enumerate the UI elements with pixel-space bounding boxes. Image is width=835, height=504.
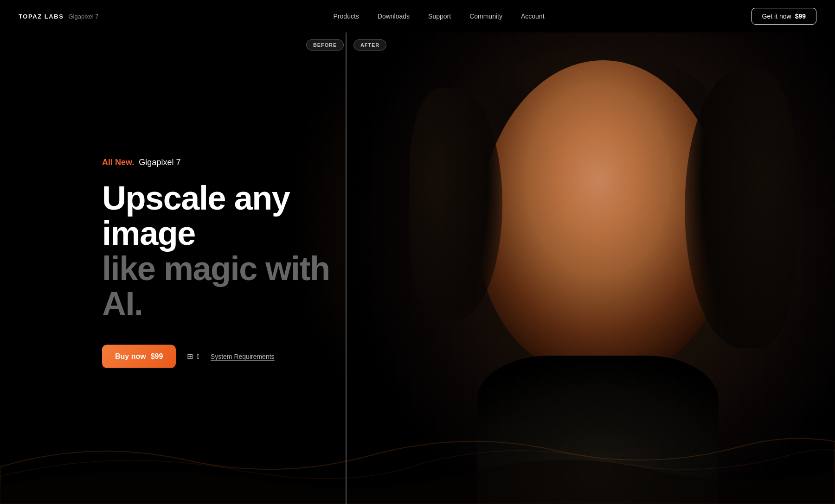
nav-cta-button[interactable]: Get it now $99 — [752, 8, 816, 25]
turtleneck — [477, 356, 719, 504]
hero-headline-line2: like magic with AI. — [102, 251, 362, 322]
hero-tagline-text: Gigapixel 7 — [139, 157, 180, 167]
tagline-row: All New. Gigapixel 7 — [102, 157, 362, 167]
system-requirements-link[interactable]: System Requirements — [211, 352, 275, 360]
nav-account[interactable]: Account — [521, 13, 545, 20]
portrait-area — [346, 32, 835, 504]
nav-support[interactable]: Support — [428, 13, 451, 20]
nav-cta-label: Get it now — [762, 13, 791, 20]
hero-headline-line1: Upscale any image — [102, 180, 362, 251]
nav-products[interactable]: Products — [334, 13, 359, 20]
hero-all-new: All New. — [102, 157, 134, 167]
apple-icon:  — [197, 352, 199, 360]
nav-cta-price: $99 — [795, 13, 806, 20]
hero-section: BEFORE AFTER All New. Gigapixel 7 Upscal… — [0, 0, 835, 504]
buy-btn-price: $99 — [151, 352, 163, 360]
windows-icon: ⊞ — [187, 352, 193, 361]
brand-name: TOPAZ LABS — [19, 13, 64, 20]
nav-community[interactable]: Community — [469, 13, 502, 20]
hair-right — [685, 70, 796, 348]
buy-btn-label: Buy now — [115, 352, 146, 360]
brand-logo[interactable]: TOPAZ LABS Gigapixel 7 — [19, 13, 99, 20]
after-badge: AFTER — [353, 39, 386, 51]
cta-row: Buy now $99 ⊞  System Requirements — [102, 345, 362, 368]
nav-links: Products Downloads Support Community Acc… — [127, 13, 752, 20]
before-badge: BEFORE — [306, 39, 344, 51]
hair-left — [410, 88, 502, 320]
nav-downloads[interactable]: Downloads — [378, 13, 410, 20]
hero-content: All New. Gigapixel 7 Upscale any image l… — [102, 157, 362, 368]
buy-now-button[interactable]: Buy now $99 — [102, 345, 176, 368]
navigation: TOPAZ LABS Gigapixel 7 Products Download… — [0, 0, 835, 32]
platform-icons: ⊞  — [187, 352, 199, 361]
brand-product: Gigapixel 7 — [68, 13, 98, 20]
